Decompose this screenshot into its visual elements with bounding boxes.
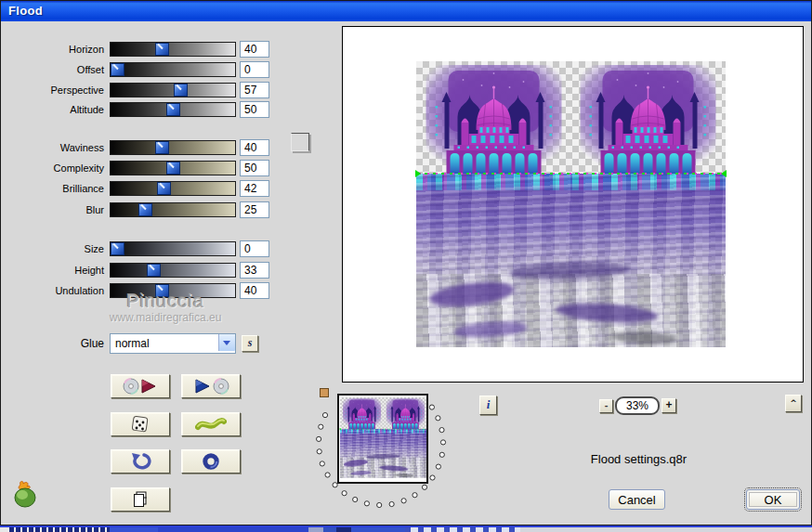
slider-track-waviness[interactable] [110,140,236,155]
slider-value-waviness[interactable] [240,139,269,156]
info-icon[interactable]: i [479,396,497,415]
save-settings-button[interactable] [111,374,170,398]
slider-track-altitude[interactable] [110,102,236,117]
slider-label: Size [13,243,104,254]
slider-thumb[interactable] [138,203,152,216]
preview-panel [342,26,804,383]
window-title: Flood [8,4,43,18]
mosque-tile-left [416,61,571,174]
slider-thumb[interactable] [174,84,188,97]
slider-label: Height [13,265,104,276]
horizon-marker-line[interactable] [416,173,726,175]
thumbnail-image [340,397,427,484]
slider-track-horizon[interactable] [110,42,236,57]
zoom-level: 33% [615,396,660,415]
glue-selected-value: normal [115,337,150,350]
flood-plugin-dialog: Flood Horizon Offset Perspective Altitud… [0,0,812,532]
slider-value-brilliance[interactable] [240,180,269,197]
slider-thumb[interactable] [111,63,124,76]
horizon-left-arrow-icon[interactable] [340,428,343,430]
zoom-in-button[interactable]: + [661,398,676,413]
slider-label: Altitude [13,104,104,115]
slider-thumb[interactable] [155,43,169,56]
flaming-pear-logo [11,479,41,510]
color-swatch[interactable] [291,133,309,151]
copy-pages-icon [131,490,150,509]
preset-thumbnail[interactable] [337,394,428,484]
slider-label: Horizon [13,44,104,55]
load-settings-button[interactable] [181,374,241,398]
copy-button[interactable] [111,487,170,512]
slider-value-complexity[interactable] [240,160,269,176]
slider-thumb[interactable] [155,141,169,154]
reset-button[interactable] [181,449,241,474]
settings-filename: Flood settings.q8r [553,452,725,466]
preset-marker-square[interactable] [320,388,329,397]
zoom-out-button[interactable]: - [599,399,613,413]
slider-label: Perspective [13,84,104,96]
ok-button[interactable]: OK [746,489,800,510]
slider-value-altitude[interactable] [240,101,269,118]
title-bar[interactable]: Flood [1,1,811,21]
undo-button[interactable] [111,449,170,474]
slider-label: Blur [13,204,104,215]
slider-thumb[interactable] [111,242,124,255]
mosque-tile-right [384,397,427,429]
slider-value-horizon[interactable] [240,41,269,58]
mosque-tile-right [570,61,726,174]
glue-shuffle-icon[interactable]: s [242,335,258,352]
wave-style-icon [195,417,227,432]
slider-thumb[interactable] [147,264,161,277]
slider-track-complexity[interactable] [110,161,236,175]
watermark-url: www.maidiregrafica.eu [65,311,266,324]
cd-load-icon [190,378,231,395]
slider-track-height[interactable] [110,263,236,278]
slider-thumb[interactable] [166,162,180,175]
slider-value-blur[interactable] [240,201,269,218]
dialog-window: Flood Horizon Offset Perspective Altitud… [0,0,812,526]
horizon-left-arrow-icon[interactable] [415,170,425,177]
slider-value-size[interactable] [240,240,269,257]
slider-label: Offset [13,64,104,75]
watermark-name: Pinuccia [82,291,249,312]
glue-label: Glue [56,337,104,350]
preview-image[interactable] [340,397,427,478]
slider-thumb[interactable] [157,182,171,195]
mosque-tile-left [340,397,384,429]
glue-dropdown[interactable]: normal [110,333,236,354]
slider-track-offset[interactable] [110,62,236,77]
horizon-marker-line[interactable] [340,429,427,430]
horizon-right-arrow-icon[interactable] [717,170,727,177]
slider-value-height[interactable] [240,262,269,279]
slider-value-offset[interactable] [240,61,269,78]
horizon-right-arrow-icon[interactable] [425,428,427,430]
taskbar-sliver [0,526,812,532]
slider-track-perspective[interactable] [110,83,236,97]
slider-track-size[interactable] [110,241,236,256]
slider-label: Complexity [13,162,104,174]
cd-save-icon [120,378,161,395]
water-reflection [340,429,427,478]
slider-thumb[interactable] [166,103,180,116]
cancel-button[interactable]: Cancel [609,489,665,510]
slider-label: Brilliance [13,183,104,194]
wave-style-button[interactable] [181,412,241,436]
dice-random-icon [130,415,151,434]
slider-track-brilliance[interactable] [110,181,236,196]
preview-image[interactable] [416,61,726,347]
chevron-down-icon[interactable] [218,334,235,351]
randomize-button[interactable] [111,412,170,436]
ring-reset-icon [202,452,220,471]
undo-icon [129,452,151,471]
slider-label: Waviness [13,142,104,153]
slider-track-blur[interactable] [110,202,236,217]
collapse-caret-button[interactable]: ^ [785,395,802,412]
slider-value-perspective[interactable] [240,82,269,98]
water-reflection [416,174,726,347]
